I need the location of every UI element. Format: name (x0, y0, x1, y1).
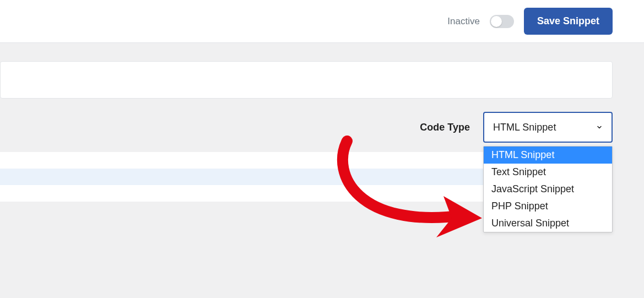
code-type-row: Code Type HTML Snippet HTML Snippet Text… (0, 112, 644, 143)
option-text-snippet[interactable]: Text Snippet (484, 164, 612, 181)
code-type-select[interactable]: HTML Snippet (483, 112, 613, 143)
option-universal-snippet[interactable]: Universal Snippet (484, 215, 612, 232)
code-type-selected-value: HTML Snippet (493, 122, 556, 133)
toggle-knob (491, 16, 502, 27)
code-line-highlight (0, 169, 484, 185)
code-type-label: Code Type (420, 122, 470, 133)
code-type-dropdown: HTML Snippet HTML Snippet Text Snippet J… (483, 112, 613, 143)
snippet-title-input[interactable] (0, 61, 613, 99)
chevron-down-icon (596, 124, 603, 131)
save-snippet-button[interactable]: Save Snippet (524, 8, 613, 35)
content-area: Code Type HTML Snippet HTML Snippet Text… (0, 43, 644, 298)
header-bar: Inactive Save Snippet (0, 0, 644, 43)
status-toggle[interactable] (490, 15, 514, 28)
code-type-options-list: HTML Snippet Text Snippet JavaScript Sni… (483, 146, 613, 232)
option-php-snippet[interactable]: PHP Snippet (484, 198, 612, 215)
option-html-snippet[interactable]: HTML Snippet (484, 147, 612, 164)
option-javascript-snippet[interactable]: JavaScript Snippet (484, 181, 612, 198)
status-label: Inactive (447, 16, 480, 27)
